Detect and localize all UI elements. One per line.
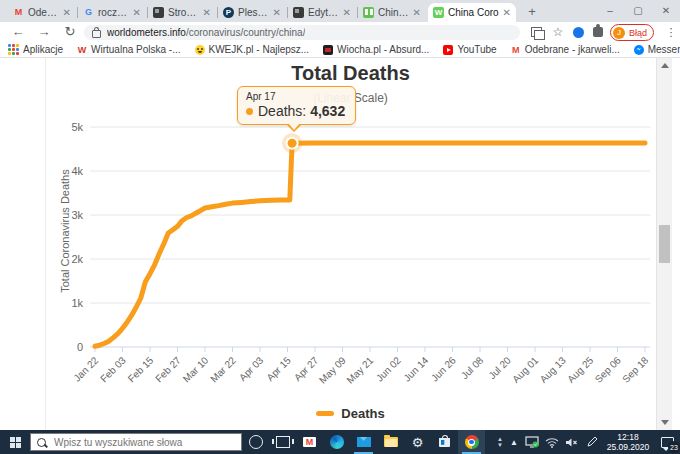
cortana-button[interactable] — [242, 430, 269, 454]
site-favicon-icon — [153, 7, 164, 18]
bookmark-wp[interactable]: W Wirtualna Polska -... — [77, 44, 180, 55]
taskbar-mail-button[interactable] — [350, 430, 377, 454]
svg-text:Jun 14: Jun 14 — [401, 354, 430, 383]
scrollbar-thumb[interactable] — [659, 225, 670, 263]
address-bar[interactable]: worldometers.info/coronavirus/country/ch… — [84, 25, 520, 40]
forward-icon[interactable]: → — [34, 22, 54, 42]
gmail-icon: M — [511, 45, 521, 55]
wp-icon: W — [77, 45, 87, 55]
tab-edytuj[interactable]: Edytuj wpi ✕ — [288, 3, 356, 22]
new-tab-button[interactable]: + — [522, 3, 542, 21]
svg-text:Jan 22: Jan 22 — [71, 354, 100, 383]
tab-plesk[interactable]: P Plesk Obsł ✕ — [218, 3, 286, 22]
tab-china-coronavirus-active[interactable]: W China Coro ✕ — [428, 3, 516, 22]
notification-badge: 23 — [668, 441, 680, 453]
tab-close-icon[interactable]: ✕ — [273, 8, 281, 18]
tab-title: China Coro — [448, 7, 499, 18]
pen-settings-button[interactable] — [582, 430, 602, 454]
scroll-down-icon[interactable] — [661, 420, 669, 425]
svg-text:Apr 15: Apr 15 — [264, 354, 293, 383]
tab-title: Chiny kwie — [378, 7, 409, 18]
clock-time: 12:18 — [602, 432, 654, 442]
pen-icon — [586, 436, 598, 448]
bookmark-gmail[interactable]: M Odebrane - jkarweli... — [511, 44, 620, 55]
minimize-button[interactable]: – — [596, 0, 624, 22]
svg-text:Jul 08: Jul 08 — [459, 354, 486, 381]
bookmark-apps[interactable]: Aplikacje — [8, 44, 63, 55]
taskbar-store-button[interactable] — [431, 430, 458, 454]
series-dot-icon — [246, 108, 253, 115]
wifi-button[interactable] — [542, 430, 562, 454]
tab-close-icon[interactable]: ✕ — [413, 8, 421, 18]
svg-text:4k: 4k — [71, 165, 83, 177]
gmail-favicon-icon: M — [13, 7, 24, 18]
tab-close-icon[interactable]: ✕ — [133, 8, 141, 18]
bookmark-label: KWEJK.pl - Najlepsz... — [209, 44, 310, 55]
profile-chip[interactable]: J Błąd — [610, 24, 654, 41]
bookmark-kwejk[interactable]: KWEJK.pl - Najlepsz... — [195, 44, 310, 55]
hidden-icons-chevron[interactable]: ▲ — [506, 438, 522, 447]
taskbar-edge-button[interactable] — [323, 430, 350, 454]
volume-button[interactable] — [562, 430, 582, 454]
svg-text:Mar 22: Mar 22 — [208, 354, 238, 384]
svg-text:Apr 27: Apr 27 — [292, 354, 321, 383]
bookmark-label: Messenger — [648, 44, 680, 55]
wiocha-icon — [323, 45, 333, 55]
extensions-puzzle-icon[interactable] — [590, 24, 606, 40]
task-view-icon — [276, 436, 290, 448]
windows-taskbar: M ⚙ ▲▼ ▲ — [0, 430, 680, 454]
bookmark-label: Wirtualna Polska -... — [91, 44, 180, 55]
tab-chiny[interactable]: Chiny kwie ✕ — [358, 3, 426, 22]
mail-icon — [357, 437, 371, 447]
tray-scroll-icons[interactable]: ▲▼ — [494, 436, 506, 448]
reload-icon[interactable]: ↻ — [60, 22, 80, 42]
reading-list-icon[interactable] — [528, 24, 544, 40]
bookmark-wiocha[interactable]: Wiocha.pl - Absurd... — [323, 44, 429, 55]
scroll-up-icon[interactable] — [661, 63, 669, 68]
bookmark-label: YouTube — [457, 44, 496, 55]
action-center-button[interactable]: 23 — [654, 430, 680, 454]
taskbar-chrome-button[interactable] — [458, 430, 485, 454]
google-favicon-icon: G — [83, 7, 94, 18]
gear-icon: ⚙ — [412, 436, 424, 449]
tab-gmail[interactable]: M Odebrane ( ✕ — [8, 3, 76, 22]
bookmark-messenger[interactable]: Messenger — [634, 44, 680, 55]
close-button[interactable]: ✕ — [652, 0, 680, 22]
svg-text:2k: 2k — [71, 253, 83, 265]
tab-close-icon[interactable]: ✕ — [503, 8, 511, 18]
windows-logo-icon — [10, 437, 21, 448]
tooltip-series: Deaths: — [258, 103, 306, 119]
taskbar-explorer-button[interactable] — [377, 430, 404, 454]
task-view-button[interactable] — [269, 430, 296, 454]
taskbar-clock[interactable]: 12:18 25.09.2020 — [602, 432, 654, 452]
tab-google[interactable]: G rocznica re ✕ — [78, 3, 146, 22]
back-icon[interactable]: ← — [8, 22, 28, 42]
tab-strona[interactable]: Strona głó ✕ — [148, 3, 216, 22]
tab-title: Plesk Obsł — [238, 7, 269, 18]
svg-text:Apr 03: Apr 03 — [237, 354, 266, 383]
svg-text:Feb 27: Feb 27 — [153, 354, 183, 384]
browser-menu-icon[interactable]: ⋮ — [664, 22, 678, 42]
total-deaths-chart: Total Deaths (Linear Scale) Total Corona… — [45, 58, 656, 430]
svg-text:Feb 03: Feb 03 — [98, 354, 128, 384]
bookmark-label: Odebrane - jkarweli... — [525, 44, 620, 55]
svg-text:Aug 25: Aug 25 — [565, 354, 595, 384]
taskbar-gmail-button[interactable]: M — [296, 430, 323, 454]
start-button[interactable] — [0, 430, 30, 454]
tab-close-icon[interactable]: ✕ — [343, 8, 351, 18]
tab-close-icon[interactable]: ✕ — [203, 8, 211, 18]
taskbar-search[interactable] — [30, 433, 242, 451]
bookmark-youtube[interactable]: YouTube — [443, 44, 496, 55]
page-scrollbar[interactable] — [656, 58, 672, 430]
svg-text:Feb 15: Feb 15 — [126, 354, 156, 384]
edge-icon — [330, 435, 344, 449]
desktop-screen: M Odebrane ( ✕ G rocznica re ✕ Strona gł… — [0, 0, 680, 454]
taskbar-settings-button[interactable]: ⚙ — [404, 430, 431, 454]
security-status-button[interactable] — [522, 430, 542, 454]
tab-title: Strona głó — [168, 7, 199, 18]
extension-blue-icon[interactable] — [570, 24, 586, 40]
maximize-button[interactable]: ▢ — [624, 0, 652, 22]
search-input[interactable] — [52, 436, 226, 449]
tab-close-icon[interactable]: ✕ — [63, 8, 71, 18]
bookmark-star-icon[interactable]: ☆ — [550, 24, 566, 40]
